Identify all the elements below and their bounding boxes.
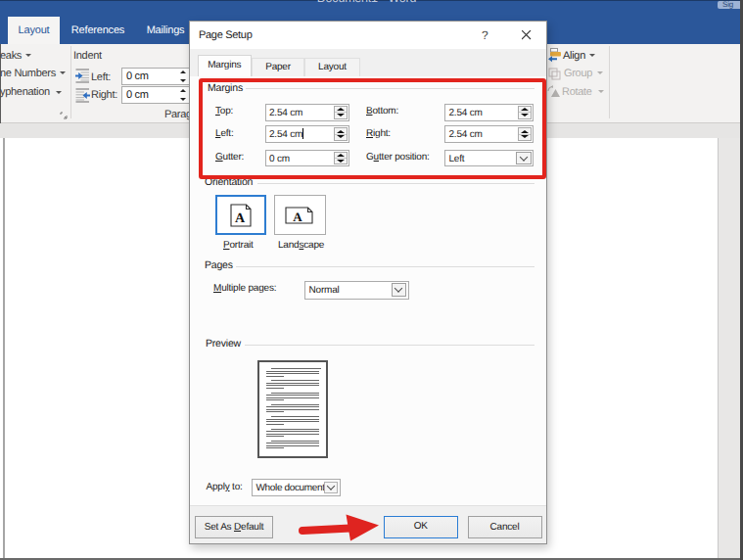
svg-text:A: A — [235, 211, 246, 226]
svg-text:A: A — [293, 209, 302, 223]
